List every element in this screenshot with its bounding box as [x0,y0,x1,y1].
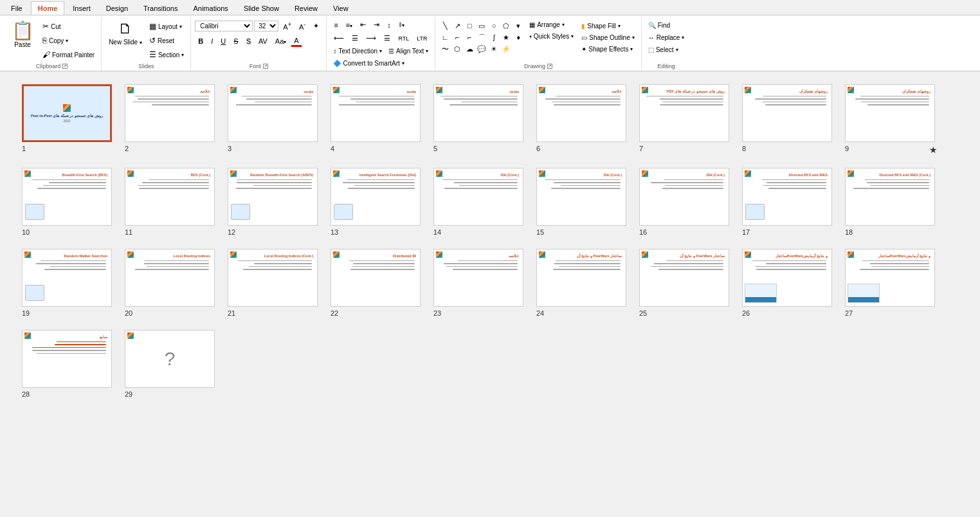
decrease-font-button[interactable]: A- [296,20,309,32]
slide-thumb-12[interactable]: Random Breadth-First Search (ABFS) [228,168,318,226]
decrease-indent-button[interactable]: ⇤ [357,19,369,30]
slide-thumb-1[interactable]: روش های جستجو در شبکه های Peer-to-Peer20… [22,84,112,142]
justify-button[interactable]: ☰ [381,33,394,44]
font-expand-icon[interactable]: ↗ [263,64,268,69]
shape-brace[interactable]: ⌐ [464,32,475,43]
line-spacing-button[interactable]: ↕ [384,20,394,30]
drawing-expand-icon[interactable]: ↗ [547,64,552,69]
tab-home[interactable]: Home [31,1,65,15]
slide-thumb-11[interactable]: BFS (Cont.) [125,168,215,226]
slide-thumb-14[interactable]: ISH (Cont.) [433,168,523,226]
tab-file[interactable]: File [4,1,30,15]
slide-thumb-26[interactable]: و نتایج آزمایشPeerWareساختار [742,249,832,307]
slide-thumb-3[interactable]: مقدمه [228,84,318,142]
ltr-button[interactable]: LTR [413,34,430,43]
shape-curve[interactable]: ∫ [488,32,500,43]
tab-animations[interactable]: Animations [186,1,235,15]
convert-smartart-button[interactable]: 🔷 Convert to SmartArt ▾ [331,59,406,68]
slide-thumb-13[interactable]: Intelligent Search Freshman (ISH) [331,168,421,226]
text-direction-button[interactable]: ↕ Text Direction ▾ [331,46,385,56]
slide-thumb-28[interactable]: منابع [22,330,112,388]
italic-button[interactable]: I [208,36,216,46]
shape-angle[interactable]: ∟ [439,32,451,43]
shape-callout[interactable]: 💬 [476,43,487,55]
shape-effects-button[interactable]: ✦ Shape Effects ▾ [579,44,637,54]
underline-button[interactable]: U [217,36,229,46]
font-color-button[interactable]: A [291,35,302,47]
shape-pentagon[interactable]: ⬠ [500,20,512,32]
tab-review[interactable]: Review [287,1,325,15]
font-size-select[interactable]: 32 [254,21,278,32]
increase-indent-button[interactable]: ⇥ [370,19,383,30]
shape-line[interactable]: ╲ [439,20,451,32]
slide-thumb-19[interactable]: Random-Walker Searches [22,249,112,307]
rtl-button[interactable]: RTL [395,34,412,43]
slide-thumb-15[interactable]: ISH (Cont.) [536,168,626,226]
align-left-button[interactable]: ⟵ [331,33,347,44]
find-button[interactable]: 🔍 Find [646,21,687,30]
tab-view[interactable]: View [326,1,356,15]
slide-thumb-18[interactable]: Directed BFS and IRES (Cont.) [845,168,935,226]
format-painter-button[interactable]: 🖌 Format Painter [40,49,97,60]
select-button[interactable]: ⬚ Select ▾ [646,45,687,55]
slide-thumb-9[interactable]: روشهای همفکران [845,84,935,142]
columns-button[interactable]: ⫴▾ [395,19,408,30]
slide-thumb-25[interactable]: ساختار PeerWare و نتایج آن [639,249,729,307]
slide-thumb-29[interactable]: ? [125,330,215,388]
shape-bracket[interactable]: ⌐ [451,32,463,43]
align-text-button[interactable]: ☰ Align Text ▾ [386,46,431,56]
slide-thumb-22[interactable]: Distributed IR [331,249,421,307]
align-right-button[interactable]: ⟶ [363,33,379,44]
clear-formatting-button[interactable]: ✦ [310,21,322,32]
shape-star[interactable]: ★ [500,32,512,43]
slide-thumb-7[interactable]: روش های جستجو در شبکه های PDF [639,84,729,142]
shape-sun[interactable]: ☀ [488,43,500,55]
clipboard-expand-icon[interactable]: ↗ [62,64,68,69]
strikethrough-button[interactable]: S [230,36,241,46]
reset-button[interactable]: ↺ Reset [147,35,186,46]
shape-fill-button[interactable]: ▮ Shape Fill ▾ [579,21,637,31]
bullets-button[interactable]: ≡ [331,20,341,30]
slide-thumb-16[interactable]: ISH (Cont.) [639,168,729,226]
slide-thumb-17[interactable]: Directed BFS and IRES [742,168,832,226]
paste-button[interactable]: 📋 Paste [6,18,39,50]
align-center-button[interactable]: ☰ [349,33,361,44]
quick-styles-button[interactable]: ▪ Quick Styles ▾ [527,32,576,41]
slide-thumb-20[interactable]: Local Routing Indices [125,249,215,307]
shape-heart[interactable]: ♦ [513,32,524,43]
shape-arc[interactable]: ⌒ [476,32,487,43]
new-slide-button[interactable]: 🗋 New Slide ▾ [105,18,145,48]
slide-thumb-4[interactable]: مقدمه [331,84,421,142]
slide-thumb-8[interactable]: روشهای همفکران [742,84,832,142]
shadow-button[interactable]: S [243,36,254,46]
shape-rect[interactable]: □ [464,20,475,32]
shape-rounded-rect[interactable]: ▭ [476,20,487,32]
arrange-button[interactable]: ▦ Arrange ▾ [527,20,576,30]
shape-lightning[interactable]: ⚡ [500,43,512,55]
increase-font-button[interactable]: A+ [280,20,295,32]
bold-button[interactable]: B [195,36,206,46]
replace-button[interactable]: ↔ Replace ▾ [646,33,687,42]
tab-transitions[interactable]: Transitions [136,1,185,15]
numbering-button[interactable]: ≡▾ [343,20,356,30]
slide-thumb-10[interactable]: Breadth-First Search (BFS) [22,168,112,226]
shape-outline-button[interactable]: ▭ Shape Outline ▾ [579,33,637,42]
shape-more[interactable]: ▾ [513,20,524,32]
cut-button[interactable]: ✂ Cut [40,21,97,32]
shape-arrow[interactable]: ↗ [451,20,463,32]
shape-freeform[interactable]: 〜 [439,43,451,55]
copy-button[interactable]: ⎘ Copy ▾ [40,35,97,46]
shape-hexagon[interactable]: ⬡ [451,43,463,55]
shape-cloud[interactable]: ☁ [464,43,475,55]
tab-insert[interactable]: Insert [66,1,98,15]
font-name-select[interactable]: Calibri [195,21,253,32]
change-case-button[interactable]: Aa▾ [272,36,289,46]
slide-thumb-27[interactable]: و نتایج آزمایشPeerWareساختار [845,249,935,307]
tab-design[interactable]: Design [99,1,135,15]
slide-thumb-2[interactable]: خلاصه [125,84,215,142]
slide-thumb-5[interactable]: مقدمه [433,84,523,142]
layout-button[interactable]: ▦ Layout ▾ [147,21,186,32]
slide-thumb-6[interactable]: خلاصه [536,84,626,142]
slide-thumb-24[interactable]: ساختار PeerWare و نتایج آن [536,249,626,307]
shape-oval[interactable]: ○ [488,20,500,32]
